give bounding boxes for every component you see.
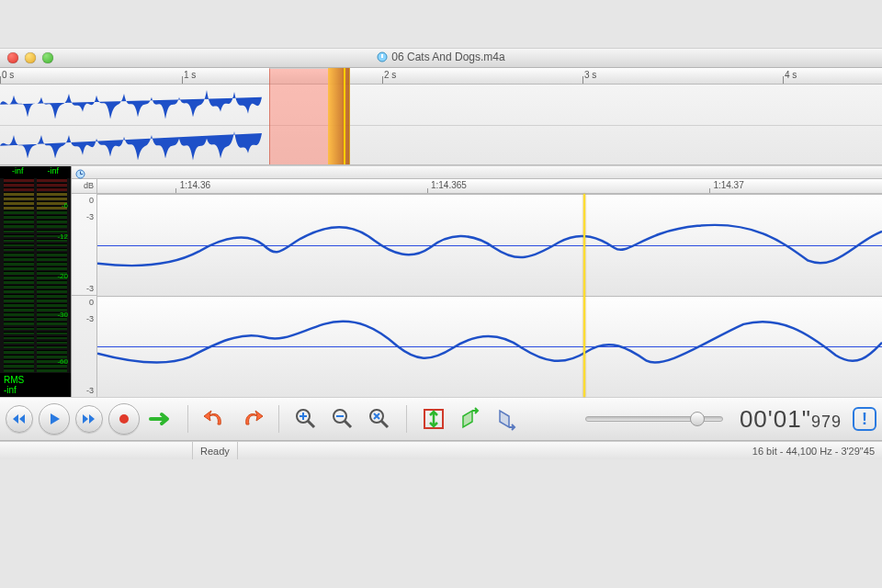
detail-db-scale: 0 -3 -3 0 -3 -3 — [72, 194, 97, 397]
fit-vertical-button[interactable] — [418, 403, 449, 435]
meter-bar-left — [4, 178, 34, 373]
overview-tracks[interactable] — [0, 85, 882, 165]
detail-ruler[interactable]: 1:14.36 1:14.365 1:14.37 — [97, 179, 882, 193]
step-forward-button[interactable] — [145, 403, 176, 435]
document-icon — [377, 51, 388, 65]
zoom-vertical-in-button[interactable] — [455, 403, 486, 435]
volume-slider[interactable] — [585, 411, 723, 427]
detail-panel[interactable]: dB 1:14.36 1:14.365 1:14.37 0 -3 -3 — [72, 166, 882, 397]
detail-cursor[interactable] — [583, 194, 585, 397]
ruler-label: 3 s — [584, 70, 596, 80]
meter-rms-label: RMS — [4, 375, 67, 385]
timecode-display: 00'01"979 — [740, 405, 842, 434]
ruler-label: 0 s — [2, 70, 14, 80]
window-title: 06 Cats And Dogs.m4a — [391, 51, 504, 63]
db-unit-label: dB — [72, 179, 97, 193]
detail-ruler-label: 1:14.365 — [431, 180, 467, 190]
window-titlebar: 06 Cats And Dogs.m4a — [0, 48, 882, 68]
meter-peak-right: -inf — [47, 166, 59, 178]
forward-button[interactable] — [75, 405, 103, 433]
detail-channel-right — [97, 296, 882, 398]
svg-point-3 — [119, 414, 129, 424]
detail-channel-left — [97, 194, 882, 296]
zoom-out-button[interactable] — [327, 403, 358, 435]
redo-button[interactable] — [236, 403, 267, 435]
undo-button[interactable] — [199, 403, 231, 435]
meter-peak-left: -inf — [12, 166, 24, 178]
overview-channel-left — [0, 85, 882, 125]
info-button[interactable]: ! — [853, 407, 876, 431]
overview-panel[interactable]: 0 s 1 s 2 s 3 s 4 s — [0, 68, 882, 165]
overview-cursor[interactable] — [344, 68, 345, 164]
rewind-button[interactable] — [6, 405, 33, 433]
status-grip[interactable] — [0, 442, 193, 459]
level-meter: -inf -inf -6 -12 -20 -30 -60 RMS -inf — [0, 166, 72, 397]
detail-toolbar — [72, 166, 882, 179]
zoom-vertical-out-button[interactable] — [492, 403, 523, 435]
record-button[interactable] — [108, 403, 140, 435]
play-button[interactable] — [39, 403, 70, 435]
detail-ruler-label: 1:14.36 — [180, 180, 210, 190]
meter-rms-value: -inf — [4, 385, 67, 395]
slider-thumb[interactable] — [690, 412, 705, 426]
zoom-fit-button[interactable] — [364, 403, 395, 435]
overview-channel-right — [0, 125, 882, 166]
transport-toolbar: 00'01"979 ! — [0, 397, 882, 441]
status-ready: Ready — [193, 442, 238, 459]
detail-ruler-label: 1:14.37 — [713, 180, 743, 190]
overview-playhead — [328, 68, 350, 164]
status-format: 16 bit - 44,100 Hz - 3'29"45 — [745, 442, 882, 459]
overview-ruler[interactable]: 0 s 1 s 2 s 3 s 4 s — [0, 68, 882, 85]
ruler-label: 1 s — [184, 70, 196, 80]
ruler-label: 2 s — [384, 70, 396, 80]
status-bar: Ready 16 bit - 44,100 Hz - 3'29"45 — [0, 441, 882, 459]
zoom-in-button[interactable] — [290, 403, 322, 435]
ruler-label: 4 s — [785, 70, 797, 80]
svg-rect-1 — [381, 54, 383, 58]
